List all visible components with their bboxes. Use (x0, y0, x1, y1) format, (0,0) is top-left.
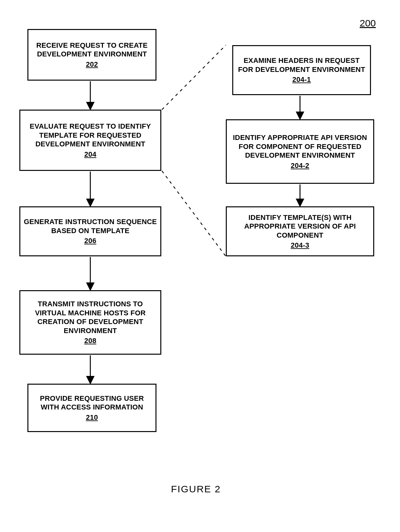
step-206-text: GENERATE INSTRUCTION SEQUENCE BASED ON T… (24, 217, 157, 235)
diagram-canvas: 200 RECEIVE REQUEST TO CREATE DEVELOPMEN… (0, 0, 400, 532)
step-210-ref: 210 (86, 413, 98, 422)
step-210-text: PROVIDE REQUESTING USER WITH ACCESS INFO… (32, 394, 152, 412)
step-208-ref: 208 (84, 336, 96, 345)
step-204-ref: 204 (84, 150, 96, 159)
step-202: RECEIVE REQUEST TO CREATE DEVELOPMENT EN… (27, 29, 156, 81)
callout-bottom (162, 171, 226, 256)
step-204-text: EVALUATE REQUEST TO IDENTIFY TEMPLATE FO… (24, 122, 157, 149)
step-204: EVALUATE REQUEST TO IDENTIFY TEMPLATE FO… (19, 110, 161, 171)
step-204-1-ref: 204-1 (292, 75, 311, 84)
step-208: TRANSMIT INSTRUCTIONS TO VIRTUAL MACHINE… (19, 290, 161, 355)
step-204-2-text: IDENTIFY APPROPRIATE API VERSION FOR COM… (230, 133, 370, 160)
step-202-ref: 202 (86, 60, 98, 69)
step-204-2-ref: 204-2 (291, 161, 309, 170)
step-208-text: TRANSMIT INSTRUCTIONS TO VIRTUAL MACHINE… (24, 300, 157, 335)
callout-top (162, 45, 226, 110)
step-202-text: RECEIVE REQUEST TO CREATE DEVELOPMENT EN… (32, 41, 152, 59)
step-204-1-text: EXAMINE HEADERS IN REQUEST FOR DEVELOPME… (236, 56, 367, 74)
step-204-2: IDENTIFY APPROPRIATE API VERSION FOR COM… (226, 119, 374, 184)
step-206-ref: 206 (84, 236, 96, 245)
step-204-3-ref: 204-3 (291, 241, 309, 250)
figure-label: FIGURE 2 (171, 484, 221, 495)
step-206: GENERATE INSTRUCTION SEQUENCE BASED ON T… (19, 206, 161, 256)
figure-ref-number: 200 (360, 18, 376, 29)
step-204-1: EXAMINE HEADERS IN REQUEST FOR DEVELOPME… (232, 45, 371, 95)
step-204-3-text: IDENTIFY TEMPLATE(S) WITH APPROPRIATE VE… (230, 213, 370, 240)
step-210: PROVIDE REQUESTING USER WITH ACCESS INFO… (27, 384, 156, 432)
step-204-3: IDENTIFY TEMPLATE(S) WITH APPROPRIATE VE… (226, 206, 374, 256)
